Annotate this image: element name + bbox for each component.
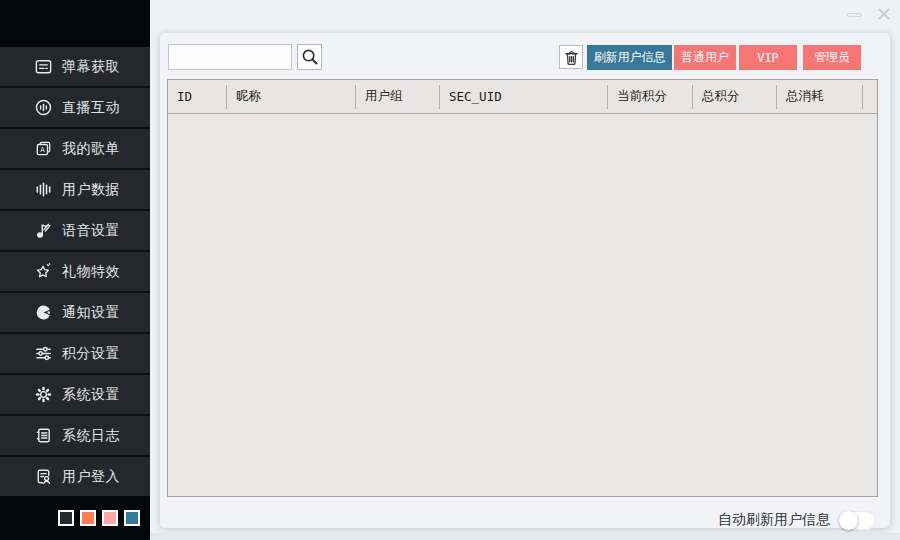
sidebar-item-label: 弹幕获取 [62,58,120,76]
delete-users-button[interactable] [559,45,583,69]
theme-swatch-teal[interactable] [124,510,140,526]
sidebar-item-danmaku[interactable]: 弹幕获取 [0,47,150,86]
sidebar-item-label: 系统日志 [62,427,120,445]
column-header-total-spent: 总消耗 [777,80,863,113]
column-header-sec-uid: SEC_UID [440,80,608,113]
column-header-current-points: 当前积分 [608,80,693,113]
danmaku-icon [33,57,53,77]
sidebar-item-user-login[interactable]: 用户登入 [0,455,150,496]
titlebar [150,0,900,33]
normal-user-button[interactable]: 普通用户 [674,45,736,70]
search-icon [301,48,319,66]
column-header-total-points: 总积分 [693,80,777,113]
minimize-button[interactable] [847,13,862,17]
column-header-filler [863,80,877,113]
svg-text:A: A [40,146,45,153]
sidebar-item-label: 礼物特效 [62,263,120,281]
auto-refresh-row: 自动刷新用户信息 [718,510,876,530]
user-login-icon [33,467,53,487]
table-header-row: ID 昵称 用户组 SEC_UID 当前积分 总积分 总消耗 [168,80,877,114]
sidebar-item-system-log[interactable]: 系统日志 [0,414,150,455]
close-button[interactable] [876,6,892,22]
column-header-nickname: 昵称 [227,80,356,113]
vip-button[interactable]: VIP [739,45,797,70]
bottom-strip [150,533,900,540]
user-data-icon [33,180,53,200]
sidebar-item-label: 通知设置 [62,304,120,322]
sidebar-item-label: 积分设置 [62,345,120,363]
points-settings-icon [33,344,53,364]
sidebar-header [0,0,150,47]
sidebar-item-system-settings[interactable]: 系统设置 [0,373,150,414]
sidebar-item-live-interaction[interactable]: 直播互动 [0,86,150,127]
sidebar-item-label: 直播互动 [62,99,120,117]
auto-refresh-label: 自动刷新用户信息 [718,511,830,529]
table-body-empty [168,114,877,496]
sidebar: 弹幕获取 直播互动 A 我的歌单 [0,0,150,540]
search-button[interactable] [297,44,322,70]
column-header-id: ID [168,80,227,113]
theme-swatch-orange[interactable] [80,510,96,526]
trash-icon [563,49,580,66]
users-table: ID 昵称 用户组 SEC_UID 当前积分 总积分 总消耗 [167,79,878,497]
playlist-icon: A [33,139,53,159]
theme-swatches [0,496,150,540]
admin-button[interactable]: 管理员 [803,45,861,70]
sidebar-item-gift-effects[interactable]: 礼物特效 [0,250,150,291]
theme-swatch-pink[interactable] [102,510,118,526]
sidebar-item-label: 用户登入 [62,468,120,486]
main-area: 刷新用户信息 普通用户 VIP 管理员 ID 昵称 用户组 SEC_UID 当前… [150,0,900,540]
live-interaction-icon [33,98,53,118]
sidebar-item-playlist[interactable]: A 我的歌单 [0,127,150,168]
sidebar-item-label: 系统设置 [62,386,120,404]
sidebar-menu: 弹幕获取 直播互动 A 我的歌单 [0,47,150,496]
column-header-user-group: 用户组 [356,80,440,113]
notification-settings-icon [33,303,53,323]
sidebar-item-label: 我的歌单 [62,140,120,158]
system-log-icon [33,426,53,446]
theme-swatch-dark[interactable] [58,510,74,526]
search-input[interactable] [168,44,292,70]
content-panel: 刷新用户信息 普通用户 VIP 管理员 ID 昵称 用户组 SEC_UID 当前… [160,33,890,528]
system-settings-icon [33,385,53,405]
auto-refresh-toggle[interactable] [838,511,876,530]
sidebar-item-label: 用户数据 [62,181,120,199]
sidebar-item-points-settings[interactable]: 积分设置 [0,332,150,373]
voice-settings-icon [33,221,53,241]
gift-effects-icon [33,262,53,282]
toggle-knob [839,511,858,530]
refresh-users-button[interactable]: 刷新用户信息 [587,45,672,70]
sidebar-item-notification-settings[interactable]: 通知设置 [0,291,150,332]
sidebar-item-label: 语音设置 [62,222,120,240]
sidebar-item-voice-settings[interactable]: 语音设置 [0,209,150,250]
sidebar-item-user-data[interactable]: 用户数据 [0,168,150,209]
